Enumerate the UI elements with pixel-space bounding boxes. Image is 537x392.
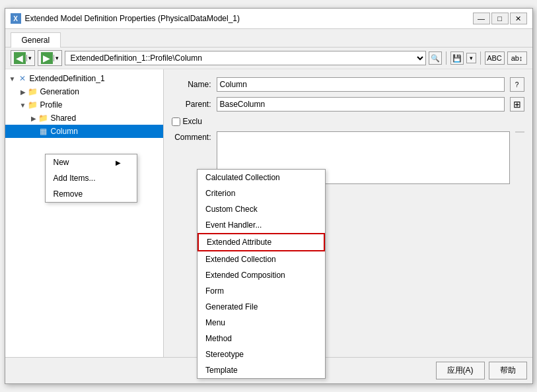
maximize-button[interactable]: □	[491, 13, 509, 24]
search-button[interactable]: 🔍	[429, 51, 442, 65]
sub-custom-check[interactable]: Custom Check	[197, 201, 325, 217]
folder-icon-profile: 📁	[28, 100, 38, 110]
tree-label-shared: Shared	[51, 114, 77, 123]
folder-icon-generation: 📁	[28, 86, 38, 97]
toggle-column[interactable]	[29, 127, 38, 136]
sub-calculated-collection[interactable]: Calculated Collection	[197, 170, 325, 185]
toolbar: ◀ ▾ ▶ ▾ ExtendedDefinition_1::Profile\Co…	[5, 48, 532, 69]
toggle-profile[interactable]: ▼	[18, 100, 28, 110]
window-title: Extended Model Definition Properties (Ph…	[25, 14, 240, 23]
ctx-add-items[interactable]: Add Items...	[46, 170, 137, 186]
toggle-generation[interactable]: ▶	[18, 87, 28, 96]
back-button[interactable]: ◀ ▾	[11, 50, 35, 66]
exclude-checkbox[interactable]	[172, 117, 180, 126]
ctx-new[interactable]: New ▶	[46, 154, 137, 170]
ctx-remove[interactable]: Remove	[46, 186, 137, 202]
name-label: Name:	[172, 80, 211, 89]
tree-item-root[interactable]: ▼ ✕ ExtendedDefinition_1	[5, 72, 163, 85]
tree-label-profile: Profile	[40, 100, 63, 110]
save-button[interactable]: 💾	[450, 51, 464, 65]
close-button[interactable]: ✕	[510, 13, 527, 24]
title-bar: X Extended Model Definition Properties (…	[5, 9, 532, 29]
parent-row: Parent: ⊞	[172, 97, 524, 112]
item-icon-column: ▦	[38, 126, 49, 137]
sub-event-handler[interactable]: Event Handler...	[197, 217, 325, 233]
toolbar-separator2	[480, 51, 481, 65]
ctx-new-arrow: ▶	[116, 159, 121, 166]
tree-item-profile[interactable]: ▼ 📁 Profile	[5, 98, 163, 112]
ctx-add-items-label: Add Items...	[54, 174, 96, 183]
tree-label-root: ExtendedDefinition_1	[30, 74, 105, 83]
context-menu: New ▶ Add Items... Remove	[45, 154, 137, 203]
ctx-new-label: New	[54, 158, 69, 167]
help-button[interactable]: 帮助	[489, 362, 527, 379]
path-dropdown[interactable]: ExtendedDefinition_1::Profile\Column	[65, 51, 426, 65]
sub-stereotype[interactable]: Stereotype	[197, 346, 325, 357]
exclude-label: Exclu	[183, 117, 202, 126]
model-icon: ✕	[17, 73, 28, 84]
ctx-remove-label: Remove	[54, 189, 83, 199]
comment-scrollbar[interactable]	[515, 131, 524, 133]
tree-label-column: Column	[51, 127, 78, 136]
exclude-row: Exclu	[172, 117, 524, 126]
sub-menu[interactable]: Menu	[197, 315, 325, 331]
main-window: X Extended Model Definition Properties (…	[5, 8, 533, 384]
apply-button[interactable]: 应用(A)	[436, 362, 485, 379]
sub-extended-composition[interactable]: Extended Composition	[197, 267, 325, 283]
parent-label: Parent:	[172, 100, 211, 109]
name-row: Name: ?	[172, 77, 524, 92]
title-bar-left: X Extended Model Definition Properties (…	[11, 13, 240, 24]
submenu: Calculated Collection Criterion Custom C…	[197, 169, 326, 357]
sub-criterion[interactable]: Criterion	[197, 185, 325, 201]
tree-item-shared[interactable]: ▶ 📁 Shared	[5, 112, 163, 125]
tree-item-column[interactable]: ▦ Column	[5, 125, 163, 138]
toolbar-separator	[446, 51, 447, 65]
toggle-root[interactable]: ▼	[8, 74, 17, 83]
parent-pick-button[interactable]: ⊞	[510, 97, 524, 112]
name-help-button[interactable]: ?	[510, 77, 524, 92]
parent-input[interactable]	[217, 97, 505, 112]
sub-extended-collection[interactable]: Extended Collection	[197, 251, 325, 267]
sub-form[interactable]: Form	[197, 283, 325, 299]
name-input[interactable]	[217, 77, 505, 92]
sub-method[interactable]: Method	[197, 331, 325, 346]
title-controls: — □ ✕	[473, 13, 527, 24]
minimize-button[interactable]: —	[473, 13, 490, 24]
content-area: ▼ ✕ ExtendedDefinition_1 ▶ 📁 Generation …	[5, 69, 532, 357]
sub-generated-file[interactable]: Generated File	[197, 299, 325, 315]
window-icon: X	[11, 13, 21, 24]
tab-general[interactable]: General	[11, 32, 61, 48]
tabs-bar: General	[5, 29, 532, 48]
sub-extended-attribute[interactable]: Extended Attribute	[197, 233, 325, 251]
ab-button[interactable]: ab↕	[507, 51, 527, 65]
save-dropdown[interactable]: ▾	[466, 53, 476, 63]
abc-button[interactable]: ABC	[485, 51, 505, 65]
folder-icon-shared: 📁	[38, 113, 49, 123]
tree-label-generation: Generation	[40, 87, 79, 96]
left-panel: ▼ ✕ ExtendedDefinition_1 ▶ 📁 Generation …	[5, 69, 164, 357]
comment-label: Comment:	[172, 131, 211, 142]
tree-item-generation[interactable]: ▶ 📁 Generation	[5, 85, 163, 98]
toggle-shared[interactable]: ▶	[29, 114, 38, 123]
forward-button[interactable]: ▶ ▾	[38, 50, 62, 66]
